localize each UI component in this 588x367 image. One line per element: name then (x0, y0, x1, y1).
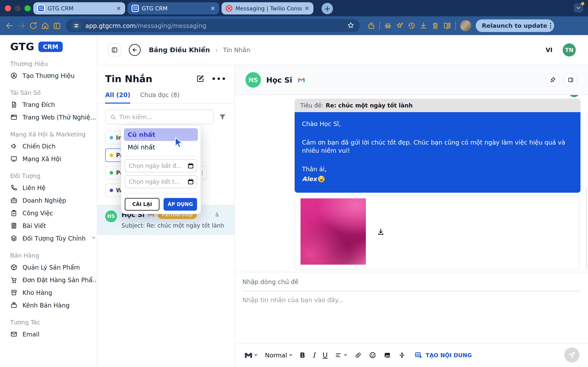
relaunch-to-update-button[interactable]: Relaunch to update (476, 19, 554, 32)
scrollbar[interactable] (586, 188, 587, 270)
tab-search-button[interactable] (574, 3, 583, 13)
breadcrumb-root[interactable]: Bảng Điều Khiển (149, 46, 210, 54)
closing-line: Thân ái, (302, 165, 573, 174)
filter-funnel-icon (218, 113, 227, 121)
sort-option-newest[interactable]: Mới nhất (124, 141, 198, 154)
insert-link-button[interactable] (355, 352, 362, 359)
start-date-input[interactable] (129, 162, 185, 169)
compose-subject-input[interactable] (242, 278, 580, 285)
browser-tab-3[interactable]: Messaging | Twilio Console ✕ (222, 2, 313, 15)
tab-unread[interactable]: Chưa đọc (8) (140, 91, 180, 103)
url-text[interactable]: app.gtgcrm.com/messaging/messaging (85, 22, 207, 29)
calendar-icon[interactable] (187, 162, 194, 169)
chevron-down-icon[interactable] (91, 235, 96, 242)
underline-button[interactable]: U (323, 351, 328, 359)
bold-button[interactable]: B (300, 351, 305, 359)
forward-button[interactable] (16, 20, 27, 32)
reading-mode-button[interactable] (441, 20, 453, 32)
send-message-button[interactable] (564, 347, 579, 363)
delete-button[interactable] (429, 20, 441, 32)
browser-tab-1[interactable]: GTGCRM GTG CRM ✕ (33, 2, 125, 15)
sidebar-item-don-dat-hang[interactable]: Đơn Đặt Hàng Sản Phẩ... (10, 274, 97, 286)
tab-all[interactable]: All (20) (105, 91, 130, 104)
language-selector[interactable]: VI (546, 47, 553, 53)
paragraph-format-selector[interactable]: Normal (265, 352, 293, 359)
favorites-button[interactable] (394, 20, 406, 32)
calendar-icon[interactable] (187, 178, 194, 185)
chip-menu-icon[interactable] (202, 170, 203, 175)
reading-list-button[interactable] (51, 20, 63, 32)
sidebar-section-thuong-hieu: Thương Hiệu (10, 60, 97, 67)
site-settings-button[interactable] (71, 20, 82, 31)
search-box[interactable] (105, 110, 214, 124)
bookmark-button[interactable] (347, 22, 355, 30)
pushpin-icon (549, 76, 556, 83)
browser-tab-2-active[interactable]: GTGCRM GTG CRM ✕ (127, 2, 219, 15)
new-tab-button[interactable]: + (321, 3, 333, 14)
tab-close-icon[interactable]: ✕ (305, 5, 309, 12)
line-spacing-button[interactable] (398, 351, 406, 359)
reload-button[interactable] (27, 20, 39, 32)
downloads-button[interactable] (417, 20, 429, 32)
browser-menu-icon[interactable] (550, 23, 551, 29)
back-navigation-button[interactable] (129, 44, 141, 56)
history-button[interactable] (406, 20, 417, 32)
start-date-field[interactable] (125, 159, 197, 172)
compose-message-input[interactable] (242, 296, 580, 325)
download-attachment-button[interactable] (376, 228, 385, 238)
send-via-gmail-selector[interactable] (245, 352, 258, 358)
sidebar-item-doanh-nghiep[interactable]: Doanh Nghiệp (10, 194, 97, 207)
brand-icon (10, 72, 17, 79)
align-selector[interactable] (335, 352, 347, 359)
sidebar-item-trang-dich[interactable]: Trang Đích (10, 98, 97, 111)
sidebar-item-kho-hang[interactable]: Kho Hàng (10, 286, 97, 299)
message-scroll-area[interactable]: Tiêu đề: Re: chúc một ngày tốt lành Chào… (235, 95, 588, 272)
back-button[interactable] (4, 20, 16, 32)
extensions-button[interactable] (365, 20, 377, 32)
address-bar[interactable]: app.gtgcrm.com/messaging/messaging (66, 19, 360, 32)
sort-option-oldest[interactable]: Cũ nhất (124, 128, 198, 141)
incognito-icon (384, 21, 392, 30)
sidebar-item-quan-ly-san-pham[interactable]: Quản Lý Sản Phẩm (10, 261, 97, 274)
incognito-button[interactable] (382, 20, 394, 32)
clipboard-check-icon (10, 209, 17, 217)
toggle-details-panel-button[interactable] (564, 73, 577, 87)
sidebar-item-kenh-ban-hang[interactable]: Kênh Bán Hàng (10, 299, 97, 312)
zoom-window-button[interactable] (25, 5, 31, 11)
sidebar-item-chien-dich[interactable]: Chiến Dịch (10, 140, 97, 152)
sidebar-item-cong-viec[interactable]: Công Việc (10, 207, 97, 219)
insert-emoji-button[interactable] (369, 351, 376, 359)
more-options-button[interactable]: ••• (212, 75, 227, 83)
browser-profile-avatar[interactable] (460, 20, 471, 31)
traffic-lights (5, 5, 31, 11)
sidebar-toggle-button[interactable] (108, 43, 121, 57)
attachment-image[interactable] (301, 198, 366, 265)
end-date-field[interactable] (125, 175, 197, 188)
sidebar-item-email[interactable]: Email (10, 328, 97, 341)
apply-button[interactable]: ÁP DỤNG (164, 198, 197, 211)
sidebar-item-bai-viet[interactable]: Bài Viết (10, 219, 97, 232)
reset-button[interactable]: CÀI LẠI (125, 198, 159, 211)
subject-label: Tiêu đề: (300, 102, 323, 109)
sidebar-item-lien-he[interactable]: Liên Hệ (10, 182, 97, 194)
tab-close-icon[interactable]: ✕ (210, 5, 215, 12)
compose-message-button[interactable] (196, 75, 205, 83)
italic-button[interactable]: I (312, 351, 315, 359)
pin-conversation-button[interactable] (546, 73, 559, 87)
sidebar-item-mang-xa-hoi[interactable]: Mạng Xã Hội (10, 152, 97, 165)
ai-generate-content-button[interactable]: AI TẠO NỘI DUNG (414, 351, 472, 359)
minimize-window-button[interactable] (15, 5, 21, 11)
search-input[interactable] (119, 114, 209, 120)
end-date-input[interactable] (129, 178, 185, 185)
user-avatar[interactable]: TN (563, 43, 576, 57)
sidebar-item-tao-thuong-hieu[interactable]: Tạo Thương Hiệu (10, 69, 97, 82)
tab-close-icon[interactable]: ✕ (116, 5, 121, 12)
close-window-button[interactable] (5, 5, 11, 11)
insert-image-button[interactable] (384, 351, 391, 359)
sidebar-item-trang-web[interactable]: Trang Web (Thử Nghiệ... (10, 111, 97, 124)
home-button[interactable] (39, 20, 51, 32)
filter-button[interactable] (218, 113, 227, 121)
compose-area: Normal B I U (235, 272, 588, 367)
sidebar-item-doi-tuong-tuy-chinh[interactable]: Đối Tượng Tùy Chỉnh (10, 232, 97, 245)
ai-badge-icon: AI (414, 351, 423, 359)
